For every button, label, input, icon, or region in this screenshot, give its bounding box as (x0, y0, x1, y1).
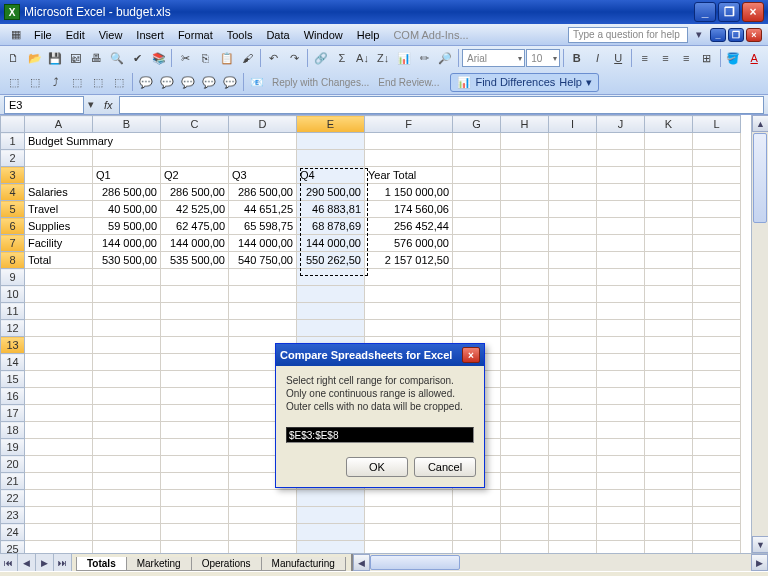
close-button[interactable]: × (742, 2, 764, 22)
menu-format[interactable]: Format (172, 27, 219, 43)
tb2-icon8[interactable]: 💬 (157, 72, 177, 92)
doc-menu-dropdown[interactable]: ▾ (690, 26, 708, 43)
tab-nav-first-icon[interactable]: ⏮ (0, 554, 18, 571)
print-icon[interactable]: 🖶 (87, 48, 107, 68)
hyperlink-icon[interactable]: 🔗 (311, 48, 331, 68)
col-header[interactable]: D (229, 116, 297, 133)
sheet-tab-marketing[interactable]: Marketing (126, 557, 192, 571)
find-differences-button[interactable]: 📊 Find Differences Help ▾ (450, 73, 599, 92)
paste-icon[interactable]: 📋 (217, 48, 237, 68)
preview-icon[interactable]: 🔍 (107, 48, 127, 68)
doc-minimize-button[interactable]: _ (710, 28, 726, 42)
ok-button[interactable]: OK (346, 457, 408, 477)
font-color-icon[interactable]: A (744, 48, 764, 68)
tb2-icon7[interactable]: 💬 (136, 72, 156, 92)
menu-com-addins[interactable]: COM Add-Ins... (387, 27, 474, 43)
scroll-thumb[interactable] (753, 133, 767, 223)
doc-close-button[interactable]: × (746, 28, 762, 42)
spelling-icon[interactable]: ✔ (128, 48, 148, 68)
row-header[interactable]: 2 (1, 150, 25, 167)
italic-icon[interactable]: I (588, 48, 608, 68)
copy-icon[interactable]: ⎘ (196, 48, 216, 68)
undo-icon[interactable]: ↶ (264, 48, 284, 68)
col-header[interactable]: H (501, 116, 549, 133)
select-all-corner[interactable] (1, 116, 25, 133)
col-header[interactable]: I (549, 116, 597, 133)
align-right-icon[interactable]: ≡ (676, 48, 696, 68)
col-header[interactable]: B (93, 116, 161, 133)
sheet-tab-manufacturing[interactable]: Manufacturing (261, 557, 346, 571)
row-header[interactable]: 7 (1, 235, 25, 252)
menu-tools[interactable]: Tools (221, 27, 259, 43)
tab-nav-next-icon[interactable]: ▶ (36, 554, 54, 571)
redo-icon[interactable]: ↷ (285, 48, 305, 68)
menu-edit[interactable]: Edit (60, 27, 91, 43)
dialog-close-button[interactable]: × (462, 347, 480, 363)
col-header[interactable]: E (297, 116, 365, 133)
horizontal-scrollbar[interactable]: ◀ ▶ (351, 554, 768, 571)
menu-window[interactable]: Window (298, 27, 349, 43)
menu-insert[interactable]: Insert (130, 27, 170, 43)
row-header[interactable]: 3 (1, 167, 25, 184)
end-review-label[interactable]: End Review... (374, 77, 443, 88)
tb2-icon6[interactable]: ⬚ (109, 72, 129, 92)
restore-button[interactable]: ❐ (718, 2, 740, 22)
menu-data[interactable]: Data (260, 27, 295, 43)
scroll-up-icon[interactable]: ▲ (752, 115, 768, 132)
scroll-left-icon[interactable]: ◀ (353, 554, 370, 571)
format-painter-icon[interactable]: 🖌 (237, 48, 257, 68)
tb2-icon2[interactable]: ⬚ (25, 72, 45, 92)
fill-color-icon[interactable]: 🪣 (724, 48, 744, 68)
scroll-right-icon[interactable]: ▶ (751, 554, 768, 571)
tb2-icon9[interactable]: 💬 (178, 72, 198, 92)
tb2-icon11[interactable]: 💬 (220, 72, 240, 92)
range-input[interactable] (286, 427, 474, 443)
underline-icon[interactable]: U (608, 48, 628, 68)
permission-icon[interactable]: 🗟 (66, 48, 86, 68)
sort-desc-icon[interactable]: Z↓ (373, 48, 393, 68)
tb2-icon5[interactable]: ⬚ (88, 72, 108, 92)
sort-asc-icon[interactable]: A↓ (353, 48, 373, 68)
open-icon[interactable]: 📂 (25, 48, 45, 68)
row-header[interactable]: 4 (1, 184, 25, 201)
col-header[interactable]: G (453, 116, 501, 133)
name-box[interactable]: E3 (4, 96, 84, 114)
tb2-icon4[interactable]: ⬚ (67, 72, 87, 92)
formula-input[interactable] (119, 96, 764, 114)
menu-help[interactable]: Help (351, 27, 386, 43)
doc-restore-button[interactable]: ❐ (728, 28, 744, 42)
cell[interactable]: Budget Summary (25, 133, 161, 150)
dialog-titlebar[interactable]: Compare Spreadsheets for Excel × (276, 344, 484, 366)
tb2-icon1[interactable]: ⬚ (4, 72, 24, 92)
tb2-icon10[interactable]: 💬 (199, 72, 219, 92)
help-search[interactable] (568, 27, 688, 43)
fx-icon[interactable]: fx (98, 99, 119, 111)
col-header[interactable]: A (25, 116, 93, 133)
help-search-input[interactable] (568, 27, 688, 43)
merge-icon[interactable]: ⊞ (697, 48, 717, 68)
tab-nav-last-icon[interactable]: ⏭ (54, 554, 72, 571)
namebox-dropdown-icon[interactable]: ▾ (84, 95, 98, 115)
sheet-tab-totals[interactable]: Totals (76, 557, 127, 571)
col-header[interactable]: J (597, 116, 645, 133)
align-left-icon[interactable]: ≡ (635, 48, 655, 68)
autosum-icon[interactable]: Σ (332, 48, 352, 68)
tab-nav-prev-icon[interactable]: ◀ (18, 554, 36, 571)
scroll-down-icon[interactable]: ▼ (752, 536, 768, 553)
col-header[interactable]: K (645, 116, 693, 133)
cut-icon[interactable]: ✂ (175, 48, 195, 68)
zoom-icon[interactable]: 🔎 (435, 48, 455, 68)
menu-view[interactable]: View (93, 27, 129, 43)
reply-changes-label[interactable]: Reply with Changes... (268, 77, 373, 88)
new-icon[interactable]: 🗋 (4, 48, 24, 68)
save-icon[interactable]: 💾 (45, 48, 65, 68)
col-header[interactable]: C (161, 116, 229, 133)
vertical-scrollbar[interactable]: ▲ ▼ (751, 115, 768, 553)
minimize-button[interactable]: _ (694, 2, 716, 22)
row-header[interactable]: 8 (1, 252, 25, 269)
font-combo[interactable]: Arial (462, 49, 525, 67)
row-header[interactable]: 5 (1, 201, 25, 218)
col-header[interactable]: L (693, 116, 741, 133)
research-icon[interactable]: 📚 (149, 48, 169, 68)
hscroll-thumb[interactable] (370, 555, 460, 570)
